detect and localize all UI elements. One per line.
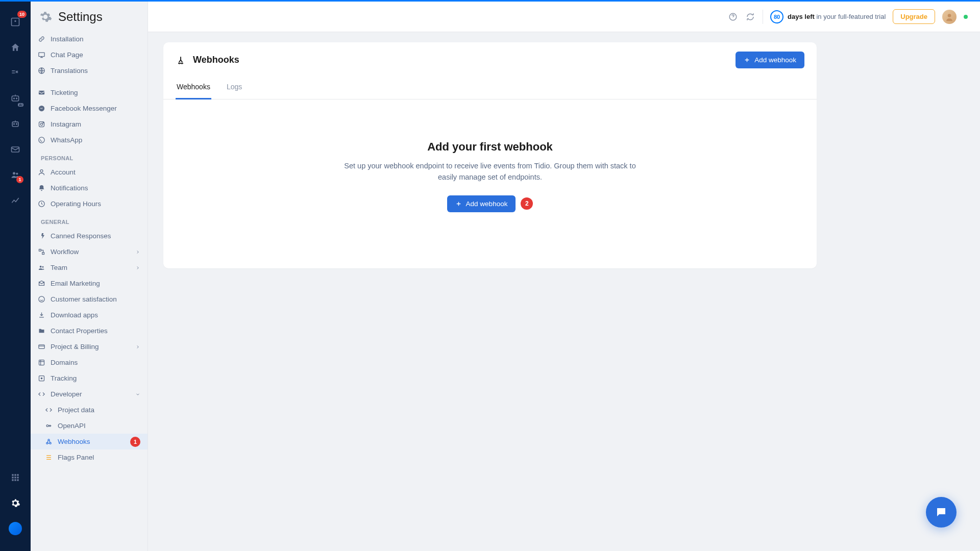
svg-point-25 bbox=[43, 122, 43, 123]
sidebar-item-contact-props[interactable]: Contact Properties bbox=[31, 323, 148, 339]
svg-point-33 bbox=[39, 296, 44, 302]
chevron-right-icon bbox=[135, 265, 140, 270]
sidebar-item-tracking[interactable]: Tracking bbox=[31, 370, 148, 386]
rail-apps-icon[interactable] bbox=[5, 467, 26, 488]
svg-rect-11 bbox=[14, 474, 16, 475]
svg-rect-35 bbox=[39, 360, 44, 365]
svg-point-39 bbox=[46, 442, 48, 444]
chevron-down-icon bbox=[135, 392, 140, 397]
sidebar-item-developer[interactable]: Developer bbox=[31, 386, 148, 402]
chat-icon bbox=[935, 506, 947, 518]
svg-point-8 bbox=[13, 172, 15, 174]
chat-fab[interactable] bbox=[926, 497, 957, 528]
svg-rect-29 bbox=[39, 249, 41, 252]
sidebar-item-messenger[interactable]: Facebook Messenger bbox=[31, 101, 148, 116]
settings-header: Settings bbox=[31, 2, 148, 31]
empty-state: Add your first webhook Set up your webho… bbox=[163, 99, 817, 268]
sidebar-item-email-marketing[interactable]: Email Marketing bbox=[31, 276, 148, 291]
svg-point-3 bbox=[16, 98, 17, 99]
days-left-badge: 80 bbox=[770, 10, 783, 23]
sidebar-item-project-data[interactable]: Project data bbox=[31, 402, 148, 418]
add-webhook-empty-button[interactable]: Add webhook bbox=[447, 195, 516, 212]
rail-logo-icon[interactable] bbox=[5, 518, 26, 539]
sidebar-item-workflow[interactable]: Workflow bbox=[31, 244, 148, 260]
sidebar-item-chat-page[interactable]: Chat Page bbox=[31, 47, 148, 63]
svg-point-6 bbox=[16, 123, 17, 124]
add-webhook-header-button[interactable]: Add webhook bbox=[736, 52, 804, 68]
plus-icon bbox=[455, 201, 462, 207]
chevron-right-icon bbox=[135, 344, 140, 349]
tab-webhooks[interactable]: Webhooks bbox=[176, 78, 211, 99]
trial-info: 80 days left in your full-featured trial bbox=[770, 10, 886, 23]
svg-rect-18 bbox=[17, 479, 18, 481]
avatar[interactable] bbox=[942, 10, 957, 24]
sidebar-item-team[interactable]: Team bbox=[31, 260, 148, 276]
svg-rect-14 bbox=[14, 477, 16, 478]
svg-point-27 bbox=[40, 170, 43, 172]
tabs: Webhooks Logs bbox=[163, 78, 817, 99]
svg-rect-34 bbox=[39, 345, 44, 349]
sidebar-item-flags[interactable]: Flags Panel bbox=[31, 449, 148, 465]
sidebar-item-billing[interactable]: Project & Billing bbox=[31, 339, 148, 355]
sidebar-item-ticketing[interactable]: Ticketing bbox=[31, 85, 148, 101]
svg-point-9 bbox=[16, 172, 18, 174]
rail-inbox-badge: 10 bbox=[17, 11, 27, 18]
svg-point-31 bbox=[40, 266, 42, 268]
help-icon[interactable] bbox=[728, 12, 738, 22]
svg-rect-10 bbox=[12, 474, 13, 475]
rail-home-icon[interactable] bbox=[5, 37, 26, 58]
svg-point-32 bbox=[42, 266, 44, 268]
webhooks-badge: 1 bbox=[130, 437, 140, 447]
sidebar-item-whatsapp[interactable]: WhatsApp bbox=[31, 132, 148, 148]
sidebar-item-csat[interactable]: Customer satisfaction bbox=[31, 291, 148, 307]
sidebar-item-account[interactable]: Account bbox=[31, 164, 148, 180]
svg-rect-16 bbox=[12, 479, 13, 481]
sidebar-item-notifications[interactable]: Notifications bbox=[31, 180, 148, 196]
sidebar-item-domains[interactable]: Domains bbox=[31, 355, 148, 370]
sidebar-item-translations[interactable]: Translations bbox=[31, 63, 148, 79]
svg-rect-21 bbox=[39, 91, 44, 95]
svg-point-26 bbox=[39, 137, 44, 143]
sidebar-item-download[interactable]: Download apps bbox=[31, 307, 148, 323]
sidebar-item-installation[interactable]: Installation bbox=[31, 31, 148, 47]
plus-icon bbox=[744, 57, 750, 63]
page-title: Settings bbox=[58, 10, 103, 24]
sidebar-item-operating-hours[interactable]: Operating Hours bbox=[31, 196, 148, 212]
card-title: Webhooks bbox=[193, 55, 239, 65]
svg-point-40 bbox=[50, 442, 51, 444]
rail-contacts-badge: 1 bbox=[16, 176, 23, 183]
rail-settings-icon[interactable] bbox=[5, 493, 26, 513]
rail-mail-icon[interactable] bbox=[5, 139, 26, 160]
rail-bot-icon[interactable] bbox=[5, 114, 26, 134]
refresh-icon[interactable] bbox=[745, 12, 755, 22]
tab-logs[interactable]: Logs bbox=[226, 78, 243, 99]
svg-point-2 bbox=[14, 98, 15, 99]
topbar-divider bbox=[763, 10, 763, 24]
svg-point-41 bbox=[48, 439, 50, 441]
sidebar-item-instagram[interactable]: Instagram bbox=[31, 116, 148, 132]
svg-rect-15 bbox=[17, 477, 18, 478]
svg-rect-13 bbox=[12, 477, 13, 478]
rail-contacts-icon[interactable]: 1 bbox=[5, 165, 26, 185]
sidebar-item-webhooks[interactable]: Webhooks1 bbox=[31, 434, 148, 449]
rail-inbox-icon[interactable]: 10 bbox=[5, 12, 26, 32]
svg-point-43 bbox=[948, 14, 951, 17]
svg-rect-12 bbox=[17, 474, 18, 475]
rail-flows-icon[interactable] bbox=[5, 63, 26, 83]
main: 80 days left in your full-featured trial… bbox=[148, 2, 980, 551]
sidebar-item-openapi[interactable]: OpenAPI bbox=[31, 418, 148, 434]
gear-icon bbox=[39, 10, 52, 23]
sidebar-item-canned[interactable]: Canned Responses bbox=[31, 228, 148, 244]
section-personal-label: PERSONAL bbox=[31, 148, 148, 164]
svg-rect-30 bbox=[42, 253, 44, 255]
topbar: 80 days left in your full-featured trial… bbox=[148, 2, 980, 32]
svg-point-24 bbox=[40, 123, 42, 125]
empty-title: Add your first webhook bbox=[184, 140, 796, 154]
svg-rect-17 bbox=[14, 479, 16, 481]
upgrade-button[interactable]: Upgrade bbox=[893, 9, 935, 24]
webhook-icon bbox=[176, 55, 186, 65]
rail-analytics-icon[interactable] bbox=[5, 190, 26, 211]
rail-chatbot-icon[interactable]: AI bbox=[5, 88, 26, 109]
webhooks-card: Webhooks Add webhook Webhooks Logs Add y… bbox=[163, 42, 817, 268]
empty-desc: Set up your webhook endpoint to receive … bbox=[337, 161, 643, 183]
